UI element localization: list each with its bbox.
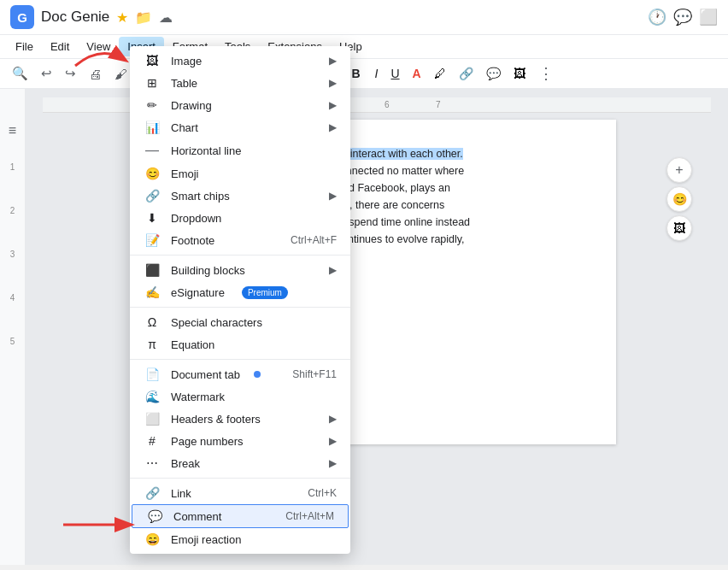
chart-menu-arrow: ▶ (329, 121, 337, 133)
comment-btn2[interactable]: 💬 (481, 64, 506, 83)
chat-icon[interactable]: 💬 (673, 8, 692, 26)
smart-chips-menu-arrow: ▶ (329, 190, 337, 202)
emoji-menu-label: Emoji (171, 167, 199, 180)
building-blocks-menu-arrow: ▶ (329, 264, 337, 276)
list-icon[interactable]: ≡ (9, 123, 16, 138)
menu-item-equation[interactable]: π Equation (130, 333, 350, 356)
star-icon[interactable]: ★ (116, 9, 128, 26)
menu-item-file[interactable]: File (7, 37, 42, 56)
link-btn[interactable]: 🔗 (454, 64, 478, 83)
premium-badge: Premium (242, 286, 288, 299)
highlight-btn[interactable]: 🖊 (429, 64, 451, 83)
ruler-mark-1: 1 (10, 162, 15, 172)
horizontal-line-menu-icon: — (144, 143, 161, 158)
cloud-icon[interactable]: ☁ (159, 9, 173, 26)
building-blocks-menu-icon: ⬛ (144, 263, 161, 277)
float-emoji-btn[interactable]: 😊 (666, 186, 692, 212)
menu-item-esignature[interactable]: ✍ eSignature Premium (130, 281, 350, 303)
menu-item-dropdown[interactable]: ⬇ Dropdown (130, 207, 350, 229)
esignature-menu-icon: ✍ (144, 285, 161, 299)
menu-item-break[interactable]: ⋯ Break ▶ (130, 452, 350, 474)
menu-item-drawing[interactable]: ✏ Drawing ▶ (130, 94, 350, 116)
equation-menu-label: Equation (171, 338, 214, 351)
float-image-btn[interactable]: 🖼 (666, 215, 692, 241)
fullscreen-icon[interactable]: ⬜ (699, 8, 718, 26)
document-tab-menu-label: Document tab (171, 368, 240, 381)
history-icon[interactable]: 🕐 (648, 8, 666, 26)
menu-item-special-characters[interactable]: Ω Special characters (130, 311, 350, 333)
footnote-menu-label: Footnote (171, 234, 214, 247)
app-icon: G (10, 5, 34, 29)
menu-item-horizontal-line[interactable]: — Horizontal line (130, 138, 350, 162)
menu-item-image[interactable]: 🖼 Image ▶ (130, 50, 350, 72)
watermark-menu-icon: 🌊 (144, 390, 161, 403)
drawing-menu-label: Drawing (171, 99, 212, 112)
redo-btn[interactable]: ↪ (60, 63, 81, 84)
menu-item-link[interactable]: 🔗 Link Ctrl+K (130, 482, 350, 504)
insert-dropdown-menu: 🖼 Image ▶ ⊞ Table ▶ ✏ Drawing ▶ 📊 Chart … (130, 46, 350, 554)
more-options-btn[interactable]: ⋮ (533, 62, 559, 85)
folder-icon[interactable]: 📁 (135, 9, 152, 26)
text-color-btn[interactable]: A (408, 64, 426, 83)
document-tab-shortcut: Shift+F11 (292, 368, 337, 380)
undo-btn[interactable]: ↩ (36, 63, 57, 84)
menu-item-chart[interactable]: 📊 Chart ▶ (130, 116, 350, 138)
menu-item-building-blocks[interactable]: ⬛ Building blocks ▶ (130, 259, 350, 281)
menu-item-comment[interactable]: 💬 Comment Ctrl+Alt+M (132, 504, 349, 528)
document-tab-menu-icon: 📄 (144, 367, 161, 381)
footnote-shortcut: Ctrl+Alt+F (291, 234, 337, 246)
ruler-mark-5: 5 (10, 337, 15, 346)
menu-item-document-tab[interactable]: 📄 Document tab Shift+F11 (130, 363, 350, 385)
underline-btn[interactable]: U (385, 64, 404, 83)
horizontal-line-menu-label: Horizontal line (171, 144, 241, 157)
table-menu-arrow: ▶ (329, 77, 337, 89)
drawing-menu-arrow: ▶ (329, 99, 337, 111)
headers-footers-menu-label: Headers & footers (171, 413, 261, 426)
esignature-menu-label: eSignature (171, 286, 225, 299)
format-paint-btn[interactable]: 🖌 (109, 64, 132, 84)
dropdown-menu-label: Dropdown (171, 212, 221, 225)
ruler-mark-2: 2 (10, 206, 15, 215)
break-menu-label: Break (171, 457, 200, 470)
menu-item-table[interactable]: ⊞ Table ▶ (130, 72, 350, 94)
image-menu-arrow: ▶ (329, 55, 337, 67)
menu-item-watermark[interactable]: 🌊 Watermark (130, 385, 350, 408)
link-menu-icon: 🔗 (144, 486, 161, 500)
search-btn[interactable]: 🔍 (7, 63, 33, 84)
page-numbers-menu-icon: # (144, 434, 161, 448)
comment-menu-label: Comment (173, 510, 221, 523)
image-menu-icon: 🖼 (144, 54, 161, 68)
link-menu-label: Link (171, 487, 191, 500)
page-numbers-menu-label: Page numbers (171, 435, 244, 448)
italic-btn[interactable]: I (370, 64, 384, 83)
building-blocks-menu-label: Building blocks (171, 264, 245, 277)
menu-item-page-numbers[interactable]: # Page numbers ▶ (130, 430, 350, 452)
ruler-mark-4: 4 (10, 293, 15, 303)
image-toolbar-btn[interactable]: 🖼 (508, 64, 531, 83)
menu-item-view[interactable]: View (78, 37, 119, 56)
menu-item-emoji-reaction[interactable]: 😄 Emoji reaction (130, 528, 350, 550)
ruler-mark-3: 3 (10, 250, 15, 259)
menu-item-smart-chips[interactable]: 🔗 Smart chips ▶ (130, 185, 350, 207)
drawing-menu-icon: ✏ (144, 98, 161, 112)
image-menu-label: Image (171, 55, 202, 68)
menu-item-edit[interactable]: Edit (42, 37, 78, 56)
watermark-menu-label: Watermark (171, 391, 225, 403)
floating-actions-panel: + 😊 🖼 (666, 157, 692, 241)
break-menu-icon: ⋯ (144, 456, 161, 470)
dropdown-menu-icon: ⬇ (144, 211, 161, 225)
headers-footers-menu-icon: ⬜ (144, 412, 161, 426)
emoji-reaction-menu-label: Emoji reaction (171, 533, 241, 546)
menu-item-headers-footers[interactable]: ⬜ Headers & footers ▶ (130, 408, 350, 430)
menu-item-emoji[interactable]: 😊 Emoji (130, 162, 350, 185)
menu-item-footnote[interactable]: 📝 Footnote Ctrl+Alt+F (130, 229, 350, 251)
table-menu-icon: ⊞ (144, 76, 161, 90)
special-chars-menu-icon: Ω (144, 315, 161, 329)
special-chars-menu-label: Special characters (171, 316, 262, 329)
print-btn[interactable]: 🖨 (84, 64, 107, 84)
float-add-btn[interactable]: + (666, 157, 692, 183)
smart-chips-menu-label: Smart chips (171, 190, 230, 203)
ruler-num-7: 7 (436, 100, 441, 109)
footnote-menu-icon: 📝 (144, 233, 161, 247)
page-numbers-menu-arrow: ▶ (329, 435, 337, 447)
